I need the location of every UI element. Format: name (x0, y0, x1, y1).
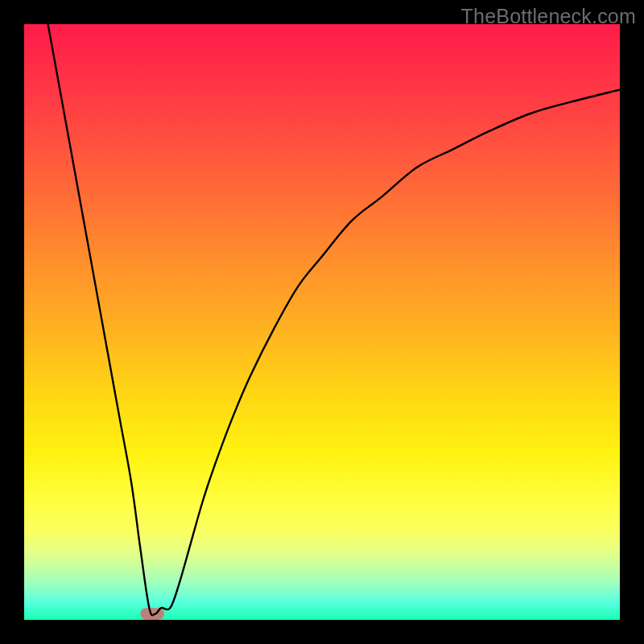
curve-layer (24, 24, 620, 620)
marker-pill (140, 608, 164, 620)
svg-rect-0 (140, 608, 164, 620)
watermark-text: TheBottleneck.com (461, 5, 636, 28)
plot-area (24, 24, 620, 620)
bottleneck-curve (48, 24, 620, 615)
chart-frame: TheBottleneck.com (0, 0, 644, 644)
